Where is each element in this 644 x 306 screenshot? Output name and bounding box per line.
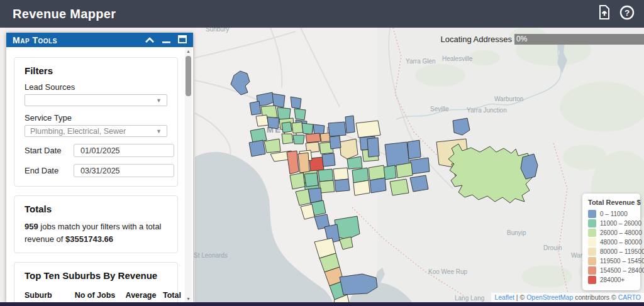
suburb-region[interactable]	[319, 180, 335, 193]
suburb-region[interactable]	[264, 139, 280, 153]
start-date-label: Start Date	[25, 146, 74, 155]
totals-heading: Totals	[25, 204, 167, 214]
leaflet-link[interactable]: Leaflet	[494, 293, 514, 301]
legend-label: 26000 – 48000	[600, 229, 642, 236]
suburb-region[interactable]	[367, 138, 379, 157]
legend-item: 48000 – 80000	[588, 238, 635, 246]
legend-item: 80000 – 119500	[588, 248, 635, 256]
app-title: Revenue Mapper	[13, 7, 116, 21]
legend-item: 284000+	[588, 276, 635, 284]
suburb-region[interactable]	[282, 134, 293, 144]
suburb-region[interactable]	[390, 179, 409, 195]
suburb-region[interactable]	[306, 133, 321, 143]
suburb-region[interactable]	[410, 175, 428, 192]
legend-label: 119500 – 154500	[600, 258, 644, 265]
place-label: Warburton	[494, 96, 523, 102]
suburb-region[interactable]	[292, 122, 303, 133]
end-date-input[interactable]	[74, 164, 174, 177]
app-header: Revenue Mapper ?	[0, 0, 644, 28]
suburb-region[interactable]	[410, 158, 430, 174]
suburb-region[interactable]	[333, 168, 348, 180]
start-date-row: Start Date	[25, 144, 167, 157]
suburb-region[interactable]	[272, 94, 285, 107]
suburb-region[interactable]	[322, 153, 335, 167]
suburb-region[interactable]	[370, 178, 386, 193]
suburb-region[interactable]	[335, 179, 350, 192]
suburb-region[interactable]	[385, 142, 409, 167]
suburb-region[interactable]	[356, 121, 380, 138]
suburb-region[interactable]	[249, 140, 265, 156]
legend-item: 11000 – 26000	[588, 219, 635, 227]
suburb-region[interactable]	[340, 139, 358, 159]
legend-swatch	[588, 276, 596, 284]
place-label: Bunyip	[507, 229, 526, 236]
panel-scrollbar[interactable]: ▲ ▼	[185, 47, 192, 302]
maximize-button[interactable]	[178, 35, 187, 46]
place-label: Yarra Glen	[406, 58, 436, 65]
legend-item: 26000 – 48000	[588, 229, 635, 237]
export-button[interactable]	[596, 6, 613, 22]
legend-label: 154500 – 284000	[600, 267, 644, 274]
lead-sources-select[interactable]: ▼	[25, 94, 167, 106]
chevron-up-icon	[145, 35, 155, 46]
header-actions: ?	[596, 6, 635, 22]
suburb-region[interactable]	[290, 173, 305, 189]
service-type-select[interactable]: Plumbing, Electrical, Sewer ▼	[25, 125, 167, 137]
suburb-region[interactable]	[302, 123, 313, 134]
question-circle-icon: ?	[619, 5, 635, 23]
top-suburbs-header-row: Suburb No of Jobs Average Total	[25, 291, 167, 300]
progress-label: Locating Addresses	[441, 35, 512, 44]
progress-percent: 0%	[516, 35, 527, 43]
suburb-region[interactable]	[298, 153, 309, 173]
bottom-bar	[0, 302, 644, 306]
map-tools-header[interactable]: Map Tools	[6, 33, 193, 47]
suburb-region[interactable]	[408, 140, 421, 159]
suburb-region[interactable]	[291, 97, 301, 109]
suburb-region[interactable]	[256, 115, 269, 126]
minimize-button[interactable]	[162, 35, 170, 46]
suburb-region[interactable]	[396, 163, 413, 178]
suburb-region[interactable]	[318, 169, 333, 182]
map-legend: Total Revenue $ 0 – 1100011000 – 2600026…	[582, 194, 640, 290]
help-button[interactable]: ?	[619, 6, 635, 22]
legend-item: 119500 – 154500	[588, 257, 635, 265]
suburb-region[interactable]	[347, 156, 362, 169]
export-file-icon	[598, 5, 611, 23]
legend-swatch	[588, 219, 596, 227]
col-suburb: Suburb	[25, 291, 71, 300]
progress-bar: 0%	[514, 34, 644, 45]
suburb-region[interactable]	[330, 136, 341, 149]
suburb-region[interactable]	[282, 122, 292, 133]
scroll-up-arrow-icon[interactable]: ▲	[185, 47, 192, 55]
suburb-region[interactable]	[294, 109, 306, 120]
map-tools-title: Map Tools	[13, 35, 57, 45]
collapse-button[interactable]	[145, 35, 155, 46]
suburb-region[interactable]	[293, 135, 304, 144]
place-label: St Leonards	[194, 252, 228, 259]
col-average: Average	[119, 291, 163, 300]
start-date-input[interactable]	[74, 144, 174, 157]
suburb-region[interactable]	[250, 101, 261, 115]
suburb-region[interactable]	[328, 122, 346, 136]
panel-body: Filters Lead Sources ▼ Service Type Plum…	[6, 47, 193, 302]
map-attribution: Leaflet | © OpenStreetMap contributors ©…	[491, 293, 644, 302]
legend-rows: 0 – 1100011000 – 2600026000 – 4800048000…	[588, 210, 635, 284]
minimize-icon	[162, 35, 170, 46]
suburb-region[interactable]	[304, 173, 318, 187]
scroll-down-arrow-icon[interactable]: ▼	[185, 295, 192, 302]
revenue-mapper-app: MELBOURNE SunburyYarra GlenHealesvilleSe…	[0, 0, 644, 306]
suburb-region[interactable]	[250, 128, 267, 143]
suburb-region[interactable]	[353, 180, 370, 195]
col-total: Total	[163, 291, 181, 300]
suburb-region[interactable]	[267, 117, 279, 129]
place-label: Lang Lang	[455, 295, 484, 302]
openstreetmap-link[interactable]: OpenStreetMap	[526, 293, 573, 301]
legend-swatch	[588, 238, 596, 246]
filters-heading: Filters	[25, 65, 167, 76]
scrollbar-thumb[interactable]	[186, 56, 191, 96]
carto-link[interactable]: CARTO	[618, 293, 641, 301]
suburb-region[interactable]	[345, 116, 355, 133]
dropdown-caret-icon: ▼	[156, 97, 162, 104]
maximize-icon	[178, 35, 187, 46]
geocode-progress: Locating Addresses 0%	[441, 34, 644, 45]
